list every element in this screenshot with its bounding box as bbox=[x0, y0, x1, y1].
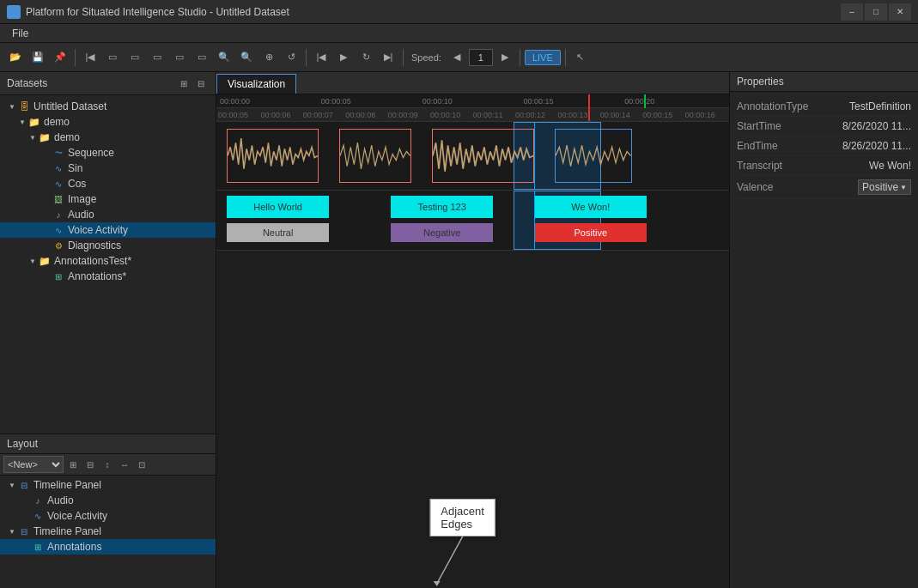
prop-row-start-time: StartTime 8/26/2020 11... bbox=[737, 117, 911, 136]
toolbar-save-btn[interactable]: 💾 bbox=[27, 47, 48, 68]
toolbar-zoom-btn[interactable]: ⊕ bbox=[258, 47, 279, 68]
wave-icon: ∿ bbox=[52, 163, 65, 173]
cursor-btn[interactable]: ↖ bbox=[570, 47, 591, 68]
visualization-tab[interactable]: Visualization bbox=[216, 74, 296, 94]
prop-key: StartTime bbox=[737, 120, 781, 132]
annotation-bar-wewon[interactable]: We Won! bbox=[534, 196, 647, 218]
valence-select[interactable]: Positive ▼ bbox=[858, 179, 911, 195]
minimize-button[interactable]: – bbox=[841, 3, 863, 21]
prop-key: AnnotationType bbox=[737, 100, 808, 112]
toolbar-sep3 bbox=[403, 49, 404, 66]
layout-btn4[interactable]: ↔ bbox=[117, 457, 132, 472]
toolbar-rect1-btn[interactable]: ▭ bbox=[102, 47, 123, 68]
right-panel: Properties AnnotationType TestDefinition… bbox=[729, 72, 918, 588]
layout-tree: ▼ ⊟ Timeline Panel ♪ Audio ∿ Voice Activ… bbox=[0, 476, 216, 588]
toolbar-rect2-btn[interactable]: ▭ bbox=[125, 47, 145, 68]
valence-bar-positive[interactable]: Positive bbox=[534, 223, 647, 242]
playhead[interactable] bbox=[534, 122, 535, 190]
datasets-icon1[interactable]: ⊞ bbox=[176, 76, 192, 91]
toolbar-sep5 bbox=[565, 49, 566, 66]
prop-row-end-time: EndTime 8/26/2020 11... bbox=[737, 136, 911, 156]
tree-item-demo1[interactable]: ▼ 📁 demo bbox=[0, 114, 216, 130]
tree-item-untitled[interactable]: ▼ 🗄 Untitled Dataset bbox=[0, 99, 216, 114]
layout-title: Layout bbox=[7, 438, 38, 450]
ruler-tick: 00:00:08 bbox=[345, 111, 387, 119]
ruler-ts: 00:00:15 bbox=[523, 97, 574, 106]
tree-item-image[interactable]: 🖼 Image bbox=[0, 191, 216, 207]
toolbar-back-btn[interactable]: |◀ bbox=[80, 47, 100, 68]
layout-btn2[interactable]: ⊟ bbox=[82, 457, 98, 472]
toolbar-rect5-btn[interactable]: ▭ bbox=[192, 47, 212, 68]
valence-select-value: Positive bbox=[862, 181, 898, 193]
playhead-anno bbox=[534, 191, 535, 250]
toolbar-play-btn[interactable]: ▶ bbox=[333, 47, 354, 68]
tree-item-voice[interactable]: ∿ Voice Activity bbox=[0, 222, 216, 238]
speed-down-btn[interactable]: ◀ bbox=[447, 47, 467, 68]
callout-line1: Adjacent bbox=[441, 505, 484, 518]
toolbar-pin-btn[interactable]: 📌 bbox=[50, 47, 70, 68]
layout-tree-audio[interactable]: ♪ Audio bbox=[0, 493, 216, 508]
layout-tree-voice[interactable]: ∿ Voice Activity bbox=[0, 508, 216, 524]
tree-item-audio[interactable]: ♪ Audio bbox=[0, 207, 216, 222]
annotation-bar-testing[interactable]: Testing 123 bbox=[391, 196, 493, 218]
main-layout: Datasets ⊞ ⊟ ▼ 🗄 Untitled Dataset ▼ bbox=[0, 72, 918, 588]
toolbar-search1-btn[interactable]: 🔍 bbox=[214, 47, 234, 68]
speed-up-btn[interactable]: ▶ bbox=[495, 47, 515, 68]
ruler-tick: 00:00:09 bbox=[388, 111, 430, 119]
maximize-button[interactable]: □ bbox=[865, 3, 887, 21]
toolbar-next-btn[interactable]: ▶| bbox=[378, 47, 398, 68]
tree-label: Timeline Panel bbox=[33, 525, 101, 537]
toolbar-prev-btn[interactable]: |◀ bbox=[311, 47, 331, 68]
datasets-icon2[interactable]: ⊟ bbox=[193, 76, 209, 91]
toolbar-rect4-btn[interactable]: ▭ bbox=[169, 47, 190, 68]
prop-val: TestDefinition bbox=[849, 100, 911, 112]
datasets-header: Datasets ⊞ ⊟ bbox=[0, 72, 216, 95]
layout-tree-anno[interactable]: ⊞ Annotations bbox=[0, 539, 216, 555]
ruler-timestamps-top: 00:00:00 00:00:05 00:00:10 00:00:15 00:0… bbox=[220, 97, 726, 106]
toolbar-loop-btn[interactable]: ↻ bbox=[356, 47, 376, 68]
valence-bar-neutral[interactable]: Neutral bbox=[227, 223, 329, 242]
window-controls[interactable]: – □ ✕ bbox=[841, 3, 911, 21]
speed-input[interactable]: 1 bbox=[469, 49, 493, 66]
menu-file[interactable]: File bbox=[5, 26, 35, 41]
tree-item-sequence[interactable]: 〜 Sequence bbox=[0, 145, 216, 161]
toolbar-refresh-btn[interactable]: ↺ bbox=[281, 47, 301, 68]
tree-item-diag[interactable]: ⚙ Diagnostics bbox=[0, 238, 216, 253]
valence-label: Neutral bbox=[263, 227, 293, 238]
valence-label: Negative bbox=[423, 227, 460, 238]
toolbar-sep1 bbox=[75, 49, 76, 66]
valence-bar-negative[interactable]: Negative bbox=[391, 223, 493, 242]
toolbar-sep2 bbox=[306, 49, 307, 66]
ruler-ts: 00:00:20 bbox=[624, 97, 675, 106]
tree-item-sin[interactable]: ∿ Sin bbox=[0, 161, 216, 176]
toolbar-open-btn[interactable]: 📂 bbox=[5, 47, 26, 68]
tree-item-annotest[interactable]: ▼ 📁 AnnotationsTest* bbox=[0, 253, 216, 269]
prop-row-annotation-type: AnnotationType TestDefinition bbox=[737, 97, 911, 117]
close-button[interactable]: ✕ bbox=[889, 3, 911, 21]
db-icon: 🗄 bbox=[17, 101, 31, 112]
ruler-tick: 00:00:10 bbox=[430, 111, 472, 119]
layout-tree-tp1[interactable]: ▼ ⊟ Timeline Panel bbox=[0, 477, 216, 493]
waveform-segment-1 bbox=[227, 129, 319, 183]
live-button[interactable]: LIVE bbox=[525, 50, 561, 65]
annotation-bar-helloworld[interactable]: Hello World bbox=[227, 196, 329, 218]
prop-key: Valence bbox=[737, 181, 773, 193]
layout-btn1[interactable]: ⊞ bbox=[65, 457, 81, 472]
layout-tree-tp2[interactable]: ▼ ⊟ Timeline Panel bbox=[0, 524, 216, 539]
layout-btn3[interactable]: ↕ bbox=[100, 457, 115, 472]
folder-icon: 📁 bbox=[38, 132, 52, 142]
callout-box: Adjacent Edges bbox=[429, 499, 495, 536]
tp-icon: ⊟ bbox=[17, 480, 31, 490]
ruler-ts: 00:00:00 bbox=[220, 97, 271, 106]
no-arrow bbox=[41, 179, 52, 189]
layout-select[interactable]: <New> bbox=[3, 456, 64, 473]
tree-item-cos[interactable]: ∿ Cos bbox=[0, 176, 216, 191]
callout-arrow-svg bbox=[411, 536, 514, 588]
tree-item-annotations[interactable]: ⊞ Annotations* bbox=[0, 269, 216, 284]
prop-key: Transcript bbox=[737, 160, 782, 172]
ruler-fine: 00:00:05 00:00:06 00:00:07 00:00:08 00:0… bbox=[216, 108, 729, 122]
toolbar-search2-btn[interactable]: 🔍 bbox=[236, 47, 257, 68]
layout-btn5[interactable]: ⊡ bbox=[134, 457, 149, 472]
tree-item-demo2[interactable]: ▼ 📁 demo bbox=[0, 130, 216, 145]
toolbar-rect3-btn[interactable]: ▭ bbox=[147, 47, 167, 68]
